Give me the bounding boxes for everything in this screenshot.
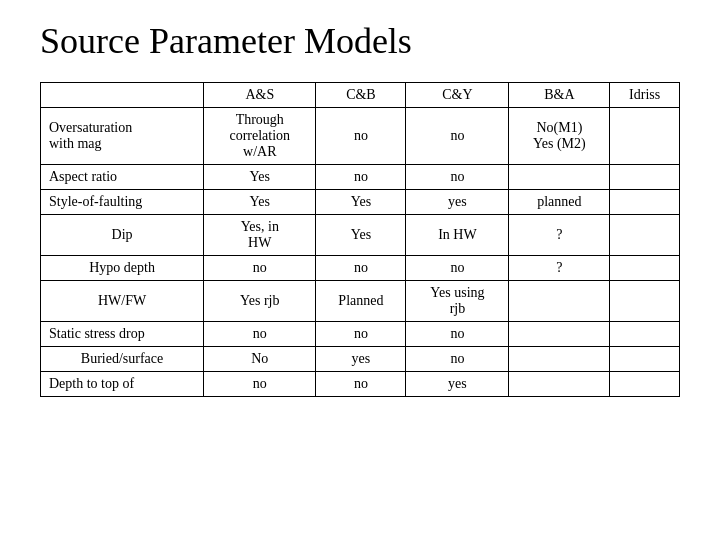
row-cell: no bbox=[406, 347, 509, 372]
row-cell: ? bbox=[509, 256, 610, 281]
col-header-as: A&S bbox=[204, 83, 316, 108]
row-cell bbox=[509, 322, 610, 347]
row-cell: Yes bbox=[204, 190, 316, 215]
col-header-cy: C&Y bbox=[406, 83, 509, 108]
row-cell bbox=[610, 372, 680, 397]
row-label: Oversaturationwith mag bbox=[41, 108, 204, 165]
row-cell: no bbox=[316, 256, 406, 281]
row-cell: ? bbox=[509, 215, 610, 256]
table-row: Depth to top of no no yes bbox=[41, 372, 680, 397]
row-cell: no bbox=[204, 322, 316, 347]
page: Source Parameter Models A&S C&B C&Y B&A … bbox=[0, 0, 720, 540]
row-label: Style-of-faulting bbox=[41, 190, 204, 215]
row-cell: yes bbox=[406, 190, 509, 215]
row-cell: Yes bbox=[204, 165, 316, 190]
row-label: Depth to top of bbox=[41, 372, 204, 397]
row-cell bbox=[610, 256, 680, 281]
row-cell bbox=[610, 190, 680, 215]
table-row: Hypo depth no no no ? bbox=[41, 256, 680, 281]
row-cell bbox=[509, 281, 610, 322]
header-row: A&S C&B C&Y B&A Idriss bbox=[41, 83, 680, 108]
col-header-empty bbox=[41, 83, 204, 108]
row-cell: planned bbox=[509, 190, 610, 215]
row-cell: Yes bbox=[316, 190, 406, 215]
page-title: Source Parameter Models bbox=[40, 20, 680, 62]
row-cell: Yes, in HW bbox=[204, 215, 316, 256]
row-cell: yes bbox=[406, 372, 509, 397]
row-cell: In HW bbox=[406, 215, 509, 256]
row-label: Aspect ratio bbox=[41, 165, 204, 190]
col-header-cb: C&B bbox=[316, 83, 406, 108]
row-cell: no bbox=[204, 256, 316, 281]
row-cell bbox=[610, 165, 680, 190]
row-label: Static stress drop bbox=[41, 322, 204, 347]
col-header-idriss: Idriss bbox=[610, 83, 680, 108]
row-cell: no bbox=[316, 322, 406, 347]
row-cell: no bbox=[406, 322, 509, 347]
parameter-table: A&S C&B C&Y B&A Idriss Oversaturationwit… bbox=[40, 82, 680, 397]
table-row: HW/FW Yes rjb Planned Yes using rjb bbox=[41, 281, 680, 322]
row-cell: no bbox=[406, 256, 509, 281]
row-cell bbox=[509, 372, 610, 397]
row-label: Hypo depth bbox=[41, 256, 204, 281]
row-cell: no bbox=[316, 165, 406, 190]
table-row: Style-of-faulting Yes Yes yes planned bbox=[41, 190, 680, 215]
row-cell bbox=[610, 108, 680, 165]
row-cell: No(M1) Yes (M2) bbox=[509, 108, 610, 165]
row-label: Dip bbox=[41, 215, 204, 256]
row-cell: Yes using rjb bbox=[406, 281, 509, 322]
row-label: HW/FW bbox=[41, 281, 204, 322]
table-row: Static stress drop no no no bbox=[41, 322, 680, 347]
row-cell: Throughcorrelationw/AR bbox=[204, 108, 316, 165]
row-cell bbox=[610, 281, 680, 322]
row-cell: yes bbox=[316, 347, 406, 372]
table-row: Dip Yes, in HW Yes In HW ? bbox=[41, 215, 680, 256]
table-row: Buried/surface No yes no bbox=[41, 347, 680, 372]
row-cell: Yes rjb bbox=[204, 281, 316, 322]
row-cell bbox=[610, 322, 680, 347]
table-row: Aspect ratio Yes no no bbox=[41, 165, 680, 190]
row-cell: no bbox=[406, 165, 509, 190]
col-header-ba: B&A bbox=[509, 83, 610, 108]
row-cell: Planned bbox=[316, 281, 406, 322]
row-cell: no bbox=[316, 372, 406, 397]
row-cell: no bbox=[204, 372, 316, 397]
row-label: Buried/surface bbox=[41, 347, 204, 372]
row-cell: Yes bbox=[316, 215, 406, 256]
row-cell: No bbox=[204, 347, 316, 372]
table-row: Oversaturationwith mag Throughcorrelatio… bbox=[41, 108, 680, 165]
row-cell bbox=[610, 347, 680, 372]
row-cell: no bbox=[406, 108, 509, 165]
row-cell bbox=[610, 215, 680, 256]
row-cell bbox=[509, 165, 610, 190]
row-cell: no bbox=[316, 108, 406, 165]
row-cell bbox=[509, 347, 610, 372]
